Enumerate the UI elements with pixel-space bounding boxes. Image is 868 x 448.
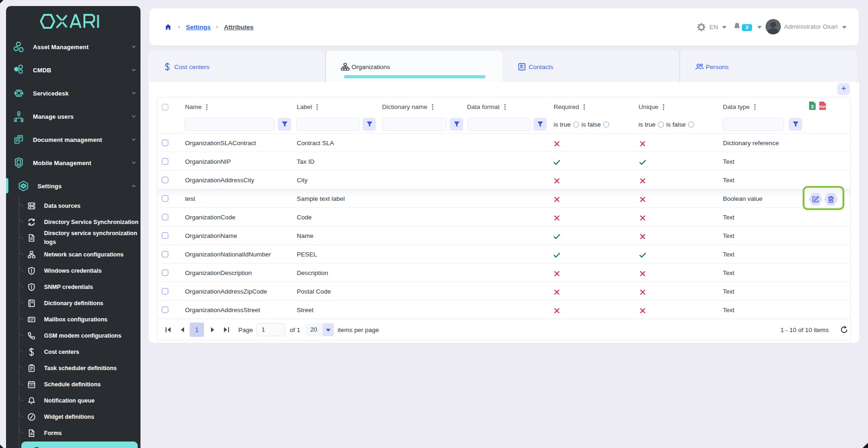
svg-text:PDF: PDF <box>820 105 826 109</box>
svg-text:X: X <box>811 104 814 109</box>
